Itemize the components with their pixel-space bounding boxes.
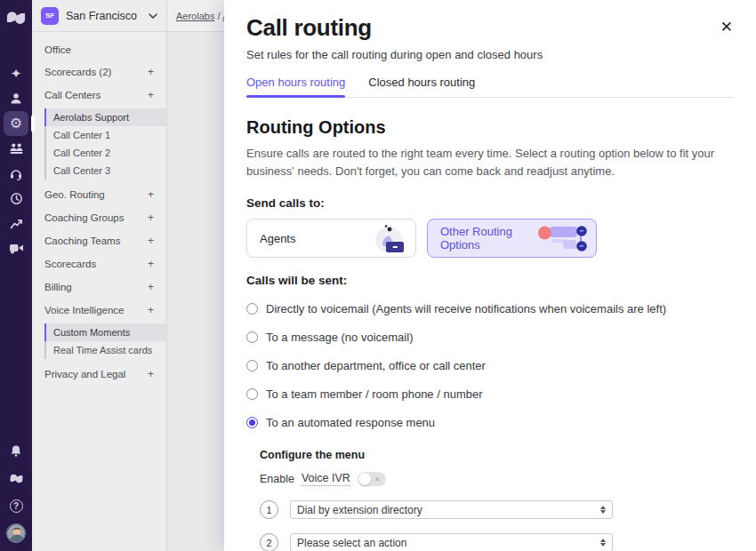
- sidebar-item-voice-intelligence[interactable]: Voice Intelligence+: [32, 299, 166, 322]
- call-centers-sublist: Aerolabs Support Call Center 1 Call Cent…: [44, 108, 166, 180]
- agents-illustration-icon: [369, 220, 408, 256]
- office-name: San Francisco: [66, 10, 141, 22]
- contacts-icon[interactable]: [4, 86, 28, 111]
- tab-closed-hours-routing[interactable]: Closed hours routing: [368, 76, 475, 97]
- sidebar-nav: Office Scorecards (2)+ Call Centers+ Aer…: [32, 32, 166, 386]
- plus-icon: +: [148, 368, 154, 380]
- menu-row-1: 1 Dial by extension directory: [260, 500, 734, 519]
- sidebar-item-scorecards-2[interactable]: Scorecards (2)+: [32, 60, 166, 84]
- page-background: Aerolabs / Adm: [167, 0, 224, 551]
- configure-menu-section: Configure the menu Enable Voice IVR ✕ 1 …: [260, 449, 734, 551]
- voice-ivr-term: Voice IVR: [302, 472, 350, 486]
- sidebar-item-call-centers[interactable]: Call Centers+: [32, 84, 166, 107]
- radio-circle: [246, 388, 258, 400]
- settings-gear-icon[interactable]: ⚙: [4, 111, 28, 136]
- radio-circle-selected: [246, 417, 258, 428]
- plus-icon: +: [148, 212, 154, 224]
- sidebar-item-aerolabs-support[interactable]: Aerolabs Support: [44, 108, 166, 126]
- call-routing-panel: Call routing ✕ Set rules for the call ro…: [224, 0, 756, 551]
- user-avatar[interactable]: [4, 521, 28, 546]
- configure-menu-heading: Configure the menu: [260, 449, 734, 461]
- routing-options-description: Ensure calls are routed to the right tea…: [246, 145, 734, 180]
- routing-options-heading: Routing Options: [246, 117, 734, 138]
- select-arrows-icon: [600, 539, 606, 547]
- voice-ivr-toggle[interactable]: ✕: [358, 472, 386, 486]
- help-icon[interactable]: ?: [4, 493, 28, 518]
- close-icon[interactable]: ✕: [720, 18, 733, 36]
- radio-circle: [246, 331, 258, 343]
- toggle-off-x-icon: ✕: [374, 475, 381, 483]
- notifications-bell-icon[interactable]: [4, 438, 28, 463]
- history-clock-icon[interactable]: [4, 186, 28, 211]
- breadcrumb-link-aerolabs[interactable]: Aerolabs: [176, 11, 214, 21]
- plus-icon: +: [148, 258, 154, 270]
- analytics-trend-icon[interactable]: [4, 211, 28, 236]
- send-calls-label: Send calls to:: [246, 196, 734, 210]
- sidebar-item-scorecards[interactable]: Scorecards+: [32, 252, 166, 276]
- radio-directly-to-voicemail[interactable]: Directly to voicemail (Agents will recei…: [246, 302, 734, 315]
- voice-intelligence-sublist: Custom Moments Real Time Assist cards: [44, 323, 166, 359]
- chevron-down-icon: [149, 13, 157, 19]
- sidebar-item-coaching-groups[interactable]: Coaching Groups+: [32, 206, 166, 229]
- radio-team-member[interactable]: To a team member / room phone / number: [246, 387, 734, 401]
- breadcrumb: Aerolabs / Adm: [167, 0, 224, 32]
- support-headset-icon[interactable]: [4, 161, 28, 186]
- sidebar-item-call-center-2[interactable]: Call Center 2: [46, 144, 166, 162]
- plus-icon: +: [148, 89, 154, 101]
- radio-circle: [246, 303, 258, 315]
- toggle-knob: [358, 473, 371, 485]
- office-badge: SF: [41, 7, 59, 25]
- radio-group: Directly to voicemail (Agents will recei…: [246, 302, 734, 429]
- action-select-2[interactable]: Please select an action: [290, 533, 613, 551]
- sidebar-item-coaching-teams[interactable]: Caoching Teams+: [32, 229, 166, 252]
- plus-icon: +: [148, 188, 154, 201]
- radio-another-department[interactable]: To another department, office or call ce…: [246, 359, 734, 372]
- plus-icon: +: [148, 66, 154, 78]
- card-agents[interactable]: Agents: [246, 219, 416, 258]
- tab-open-hours-routing[interactable]: Open hours routing: [246, 76, 345, 97]
- plus-icon: +: [148, 235, 154, 247]
- ai-sparkles-icon[interactable]: ✦: [4, 61, 28, 86]
- office-switcher[interactable]: SF San Francisco: [32, 0, 166, 32]
- icon-rail: ✦ ⚙: [0, 0, 32, 551]
- sidebar-item-custom-moments[interactable]: Custom Moments: [44, 323, 166, 341]
- action-select-1[interactable]: Dial by extension directory: [290, 500, 613, 519]
- sidebar-item-office[interactable]: Office: [32, 39, 166, 60]
- office-sidebar: SF San Francisco Office Scorecards (2)+ …: [32, 0, 167, 551]
- menu-number-2: 2: [260, 533, 278, 551]
- select-arrows-icon: [600, 506, 606, 514]
- dialpad-logo-icon: [6, 8, 26, 28]
- routing-tabs: Open hours routing Closed hours routing: [246, 76, 734, 98]
- routing-tree-illustration-icon: [535, 222, 589, 254]
- menu-row-2: 2 Please select an action: [260, 533, 734, 551]
- menu-number-1: 1: [260, 500, 278, 519]
- sidebar-item-call-center-1[interactable]: Call Center 1: [46, 126, 166, 144]
- app-root: ✦ ⚙: [0, 0, 756, 551]
- calls-sent-label: Calls will be sent:: [246, 274, 734, 287]
- plus-icon: +: [148, 281, 154, 293]
- sidebar-item-call-center-3[interactable]: Call Center 3: [46, 162, 166, 180]
- routing-cards: Agents Other Routing Options: [246, 219, 734, 258]
- dialpad-mini-logo-icon[interactable]: [4, 466, 28, 491]
- radio-circle: [246, 360, 258, 371]
- page-title: Call routing: [246, 14, 734, 42]
- screen-share-camera-icon[interactable]: [4, 236, 28, 260]
- sidebar-item-geo-routing[interactable]: Geo. Routing+: [32, 183, 166, 206]
- panel-subtitle: Set rules for the call routing during op…: [246, 48, 734, 61]
- card-other-routing-options[interactable]: Other Routing Options: [427, 219, 597, 258]
- sidebar-item-billing[interactable]: Billing+: [32, 276, 166, 299]
- plus-icon: +: [148, 304, 154, 316]
- radio-to-a-message[interactable]: To a message (no voicemail): [246, 331, 734, 344]
- sidebar-item-privacy-and-legal[interactable]: Privacy and Legal+: [32, 363, 166, 386]
- coaching-group-icon[interactable]: [4, 136, 28, 161]
- enable-voice-ivr-row: Enable Voice IVR ✕: [260, 472, 734, 486]
- radio-automated-response-menu[interactable]: To an automated response menu: [246, 416, 734, 429]
- sidebar-item-real-time-assist-cards[interactable]: Real Time Assist cards: [46, 341, 166, 359]
